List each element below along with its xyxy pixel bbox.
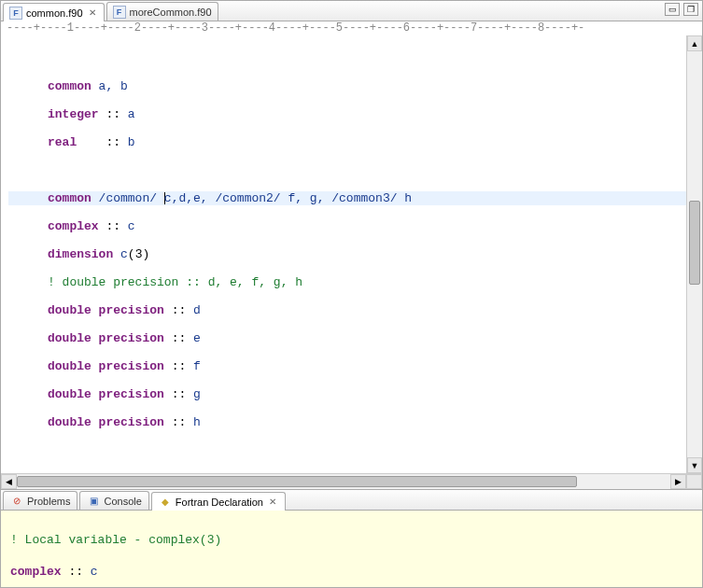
- scroll-down-icon[interactable]: ▼: [687, 457, 702, 473]
- code-line: real :: b: [8, 135, 686, 149]
- window-controls: ▭ ❐: [665, 3, 698, 16]
- code-line: [8, 163, 686, 177]
- scroll-left-icon[interactable]: ◀: [1, 474, 17, 489]
- code-line-active: common /common/ c,d,e, /common2/ f, g, /…: [8, 191, 686, 205]
- minimize-button[interactable]: ▭: [665, 3, 680, 16]
- tab-common-f90[interactable]: F common.f90 ✕: [3, 3, 105, 21]
- tab-fortran-declaration[interactable]: ◆ Fortran Declaration ✕: [151, 492, 286, 511]
- horizontal-scrollbar[interactable]: ◀ ▶: [1, 473, 702, 489]
- code-line: [8, 51, 686, 65]
- editor-tab-bar: F common.f90 ✕ F moreCommon.f90 ▭ ❐: [1, 1, 702, 21]
- code-line: complex :: c: [8, 219, 686, 233]
- close-icon[interactable]: ✕: [267, 497, 278, 508]
- vertical-scrollbar[interactable]: ▲ ▼: [686, 35, 702, 473]
- code-line: double precision :: d: [8, 303, 686, 317]
- scroll-up-icon[interactable]: ▲: [687, 35, 702, 51]
- scroll-track[interactable]: [17, 474, 670, 489]
- code-line: [8, 443, 686, 457]
- fortran-file-icon: F: [9, 7, 22, 20]
- tab-label: Problems: [27, 496, 70, 507]
- tab-morecommon-f90[interactable]: F moreCommon.f90: [106, 2, 218, 21]
- code-editor[interactable]: common a, b integer :: a real :: b commo…: [1, 35, 686, 473]
- code-line: double precision :: g: [8, 387, 686, 401]
- console-icon: ▣: [87, 495, 100, 508]
- decl-line: ! Local variable - complex(3): [10, 532, 693, 548]
- tab-console[interactable]: ▣ Console: [79, 491, 148, 510]
- problems-icon: ⊘: [10, 495, 23, 508]
- fortran-file-icon: F: [113, 6, 126, 19]
- code-line: common a, b: [8, 79, 686, 93]
- scroll-corner: [686, 474, 702, 489]
- code-line: double precision :: f: [8, 359, 686, 373]
- editor-area: common a, b integer :: a real :: b commo…: [1, 35, 702, 473]
- maximize-button[interactable]: ❐: [683, 3, 698, 16]
- tab-label: Console: [104, 496, 141, 507]
- close-icon[interactable]: ✕: [87, 7, 98, 19]
- tab-label: moreCommon.f90: [130, 7, 212, 18]
- scroll-track[interactable]: [687, 51, 702, 457]
- editor-pane: F common.f90 ✕ F moreCommon.f90 ▭ ❐ ----…: [1, 1, 702, 490]
- code-line: ! double precision :: d, e, f, g, h: [8, 275, 686, 289]
- code-line: double precision :: h: [8, 415, 686, 429]
- tab-label: Fortran Declaration: [176, 497, 263, 508]
- code-line: integer :: a: [8, 107, 686, 121]
- scroll-right-icon[interactable]: ▶: [670, 474, 686, 489]
- code-line: dimension c(3): [8, 247, 686, 261]
- code-line: double precision :: e: [8, 331, 686, 345]
- scroll-thumb[interactable]: [689, 201, 700, 285]
- decl-line: complex :: c: [10, 564, 693, 580]
- declaration-view[interactable]: ! Local variable - complex(3) complex ::…: [1, 511, 702, 587]
- code-line: a = 1: [8, 471, 686, 473]
- bottom-tab-bar: ⊘ Problems ▣ Console ◆ Fortran Declarati…: [1, 490, 702, 511]
- bottom-pane: ⊘ Problems ▣ Console ◆ Fortran Declarati…: [1, 490, 702, 587]
- declaration-icon: ◆: [159, 496, 172, 509]
- scroll-thumb[interactable]: [17, 476, 577, 487]
- tab-problems[interactable]: ⊘ Problems: [3, 491, 77, 510]
- tab-label: common.f90: [26, 7, 83, 19]
- column-ruler: ----+----1----+----2----+----3----+----4…: [1, 21, 702, 35]
